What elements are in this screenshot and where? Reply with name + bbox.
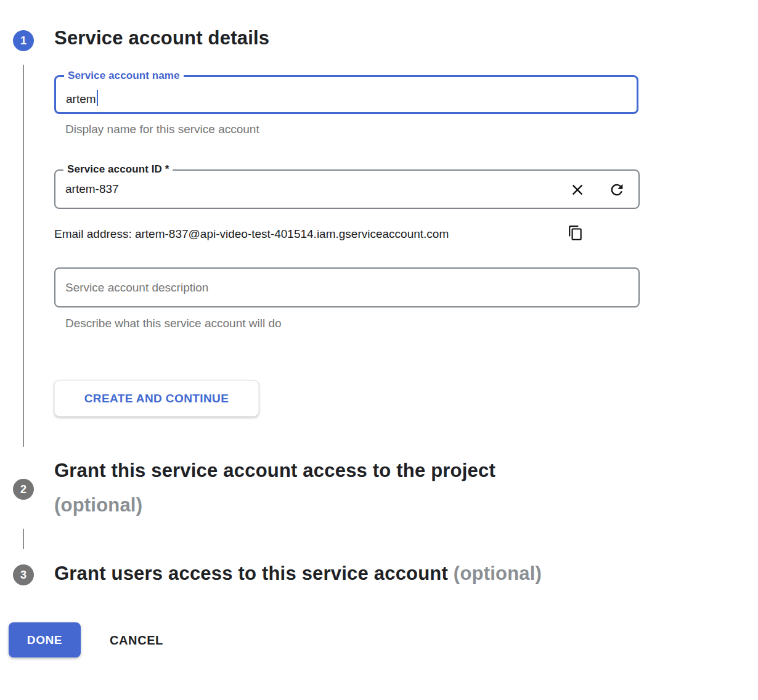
service-account-description-field [54,267,640,307]
text-cursor [97,90,98,106]
step-2-number: 2 [20,483,26,496]
id-field-actions [568,181,626,199]
step-1-title: Service account details [54,27,269,49]
step-3-optional-label: (optional) [454,563,542,584]
refresh-icon[interactable] [608,181,626,199]
step-3-title: Grant users access to this service accou… [54,563,542,585]
service-account-id-input[interactable] [65,171,558,208]
service-account-description-input[interactable] [65,269,558,306]
create-service-account-page: 1 Service account details Service accoun… [0,0,758,700]
create-and-continue-button[interactable]: CREATE AND CONTINUE [54,380,259,417]
step-3-number: 3 [20,569,26,582]
cancel-button[interactable]: CANCEL [102,629,171,651]
done-button[interactable]: DONE [9,622,81,657]
step-1-number: 1 [20,35,26,47]
step-3-indicator: 3 [13,564,34,585]
service-account-name-input[interactable]: Service account name artem [54,75,638,114]
service-account-name-label: Service account name [64,70,184,82]
step-1-indicator: 1 [13,30,34,51]
step-2-indicator: 2 [13,479,34,500]
copy-icon[interactable] [567,225,584,242]
step-2-title: Grant this service account access to the… [54,460,495,482]
email-address-text: Email address: artem-837@api-video-test-… [54,227,449,241]
stepper-connector-2 [23,529,24,549]
description-helper-text: Describe what this service account will … [65,317,282,330]
name-helper-text: Display name for this service account [65,123,259,136]
clear-icon[interactable] [568,181,587,199]
step-2-optional-label: (optional) [54,494,142,516]
service-account-name-value: artem [66,90,98,106]
stepper-connector-1 [23,65,24,447]
service-account-id-field: Service account ID * [54,169,640,209]
